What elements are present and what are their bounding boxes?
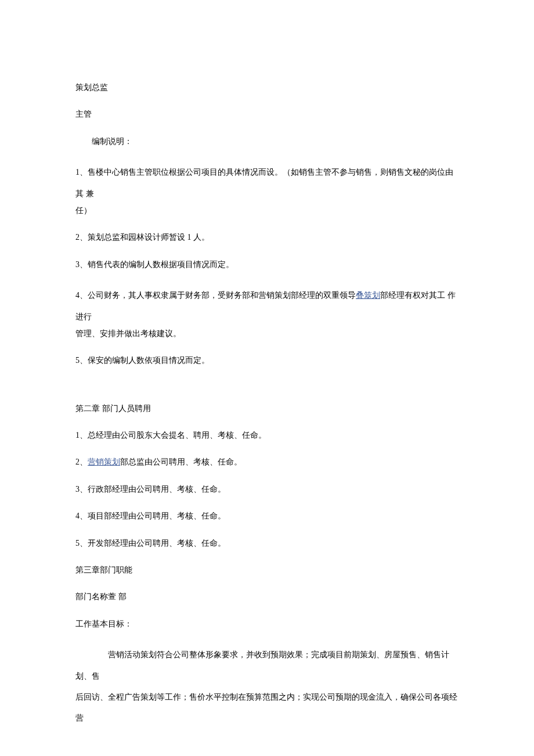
text-line: 部门名称萱 部 <box>75 591 459 603</box>
text-line: 任） <box>75 204 459 217</box>
section-heading: 编制说明： <box>75 135 459 148</box>
text-segment: 部总监由公司聘用、考核、任命。 <box>120 458 242 466</box>
text-line: 3、行政部经理由公司聘用、考核、任命。 <box>75 483 459 496</box>
text-line: 5、开发部经理由公司聘用、考核、任命。 <box>75 537 459 550</box>
text-line: 主管 <box>75 108 459 121</box>
text-segment: 2、 <box>75 458 88 466</box>
text-segment: 4、公司财务，其人事权隶属于财务部，受财务部和营销策划部经理的双重领导 <box>75 291 356 300</box>
chapter-heading: 第三章部门职能 <box>75 564 459 577</box>
text-line: 1、总经理由公司股东大会提名、聘用、考核、任命。 <box>75 429 459 442</box>
text-line: 2、策划总监和园林设计师暂设 1 人。 <box>75 231 459 244</box>
text-line: 后回访、全程广告策划等工作；售价水平控制在预算范围之内；实现公司预期的现金流入，… <box>75 687 459 729</box>
text-line: 2、营销策划部总监由公司聘用、考核、任命。 <box>75 456 459 469</box>
text-line: 管理、安排并做出考核建议。 <box>75 327 459 340</box>
paragraph: 营销活动策划符合公司整体形象要求，并收到预期效果；完成项目前期策划、房屋预售、销… <box>75 645 459 687</box>
text-line: 1、售楼中心销售主管职位根据公司项目的具体情况而设。（如销售主管不参与销售，则销… <box>75 168 453 197</box>
chapter-heading: 第二章 部门人员聘用 <box>75 402 459 415</box>
paragraph: 4、公司财务，其人事权隶属于财务部，受财务部和营销策划部经理的双重领导叠筮划部经… <box>75 285 459 327</box>
text-line: 3、销售代表的编制人数根据项目情况而定。 <box>75 258 459 271</box>
paragraph: 1、售楼中心销售主管职位根据公司项目的具体情况而设。（如销售主管不参与销售，则销… <box>75 162 459 204</box>
text-line: 5、保安的编制人数依项目情况而定。 <box>75 354 459 367</box>
section-heading: 工作基本目标： <box>75 618 459 631</box>
text-line: 4、项目部经理由公司聘用、考核、任命。 <box>75 510 459 523</box>
text-line: 营销活动策划符合公司整体形象要求，并收到预期效果；完成项目前期策划、房屋预售、销… <box>75 650 449 680</box>
text-line: 策划总监 <box>75 81 459 94</box>
link-text[interactable]: 叠筮划 <box>356 291 380 300</box>
link-text[interactable]: 营销策划 <box>88 458 120 466</box>
